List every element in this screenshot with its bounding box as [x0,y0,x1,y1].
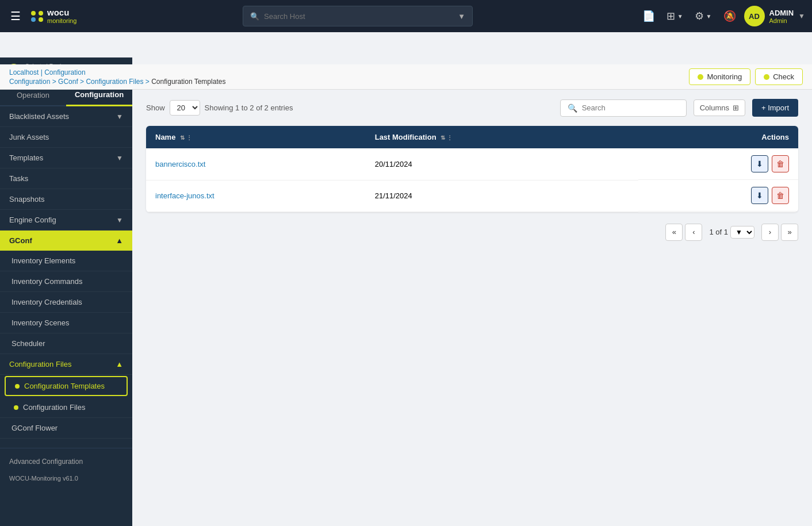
logo-dot-3 [31,17,36,22]
layout: L Selected Realm localhost ▼ Operation C… [0,57,812,526]
sidebar-item-blacklisted-assets[interactable]: Blacklisted Assets ▼ [0,106,132,127]
first-page-button[interactable]: « [665,224,683,241]
sub-nav-actions: Monitoring Check [689,68,803,85]
page-info: 1 of 1 ▼ [704,226,759,239]
toolbar-left: Show 20 Showing 1 to 2 of 2 entries [146,100,293,116]
chevron-up-icon: ▲ [116,360,123,368]
last-page-button[interactable]: » [781,224,798,241]
logo-dots [31,11,44,22]
bell-slash-icon-button[interactable]: 🔕 [720,6,740,26]
sidebar-item-inventory-scenes[interactable]: Inventory Scenes [0,313,132,333]
chevron-up-icon: ▲ [116,236,123,245]
breadcrumb-localhost-link[interactable]: Localhost [9,68,39,76]
sidebar-item-junk-assets[interactable]: Junk Assets [0,127,132,148]
search-input[interactable] [582,103,679,112]
chevron-down-icon: ▼ [116,216,123,224]
entries-label: Showing 1 to 2 of 2 entries [205,103,293,112]
breadcrumb-configfiles-link[interactable]: Configuration Files [86,78,143,86]
table-body: bannercisco.txt 20/11/2024 ⬇ 🗑 interface… [146,148,798,212]
chevron-down-icon: ▼ [116,154,123,162]
sidebar-item-engine-config[interactable]: Engine Config ▼ [0,210,132,231]
download-button-1[interactable]: ⬇ [751,155,768,172]
col-name[interactable]: Name ⇅ ⋮ [146,126,366,148]
breadcrumb-current: Configuration Templates [151,78,225,86]
dot-icon [14,405,18,410]
page-select[interactable]: ▼ [730,226,754,239]
table-row: interface-junos.txt 21/11/2024 ⬇ 🗑 [146,180,798,212]
cell-name-2: interface-junos.txt [146,180,366,212]
breadcrumb-bottom: Configuration > GConf > Configuration Fi… [9,78,225,86]
sidebar-item-inventory-credentials[interactable]: Inventory Credentials [0,292,132,313]
show-select[interactable]: 20 [170,100,200,116]
logo-dot-2 [39,11,43,16]
check-status-dot [764,74,769,80]
cell-name-1: bannercisco.txt [146,148,366,180]
logo: wocu monitoring [31,8,76,25]
sidebar: L Selected Realm localhost ▼ Operation C… [0,57,132,526]
table-wrapper: Name ⇅ ⋮ Last Modification ⇅ ⋮ Actions [146,126,798,212]
import-button[interactable]: + Import [752,99,798,117]
version-text: WOCU-Monitoring v61.0 [0,470,132,486]
prev-page-button[interactable]: ‹ [685,224,702,241]
toolbar: Show 20 Showing 1 to 2 of 2 entries 🔍 Co… [146,99,798,117]
toolbar-right: 🔍 Columns ⊞ + Import [560,99,798,117]
next-page-button[interactable]: › [761,224,779,241]
user-chevron-icon: ▼ [798,12,805,20]
sidebar-item-scheduler[interactable]: Scheduler [0,333,132,354]
monitoring-status-dot [698,74,703,80]
check-button[interactable]: Check [755,68,803,85]
avatar: AD [744,6,765,26]
hamburger-button[interactable]: ☰ [7,6,24,26]
delete-button-1[interactable]: 🗑 [772,155,789,172]
sidebar-item-config-files-header[interactable]: Configuration Files ▲ [0,354,132,375]
sidebar-item-config-templates[interactable]: Configuration Templates [5,376,128,396]
breadcrumb-configuration-link[interactable]: Configuration [44,68,85,76]
sidebar-item-inventory-commands[interactable]: Inventory Commands [0,271,132,292]
advanced-configuration-label: Advanced Configuration [0,453,132,470]
logo-text: wocu monitoring [47,8,76,25]
download-button-2[interactable]: ⬇ [751,187,768,204]
sidebar-item-gconf[interactable]: GConf ▲ [0,231,132,251]
breadcrumb-config-link[interactable]: Configuration [9,78,50,86]
breadcrumb: Localhost | Configuration Configuration … [9,68,225,86]
search-host-input[interactable] [264,12,453,21]
col-last-modification[interactable]: Last Modification ⇅ ⋮ [366,126,638,148]
file-link-2[interactable]: interface-junos.txt [155,191,215,200]
file-link-1[interactable]: bannercisco.txt [155,160,205,168]
grid-icon: ⊞ [733,103,739,112]
sidebar-item-config-files[interactable]: Configuration Files [0,397,132,418]
document-icon-button[interactable]: 📄 [639,6,658,26]
cell-actions-1: ⬇ 🗑 [638,148,798,180]
sidebar-item-gconf-flower[interactable]: GConf Flower [0,418,132,439]
chevron-down-icon: ▼ [458,12,465,21]
table-header: Name ⇅ ⋮ Last Modification ⇅ ⋮ Actions [146,126,798,148]
sidebar-item-snapshots[interactable]: Snapshots [0,189,132,210]
columns-button[interactable]: Columns ⊞ [694,99,745,116]
search-bar-container: 🔍 ▼ [83,6,631,26]
search-bar[interactable]: 🔍 ▼ [243,6,473,26]
screen-icon-button[interactable]: ⊞ ▼ [663,6,687,26]
sub-nav: Localhost | Configuration Configuration … [0,64,812,90]
breadcrumb-gconf-link[interactable]: GConf [58,78,78,86]
search-container[interactable]: 🔍 [560,99,687,117]
main-content: Templates ↻ Show 20 Showing 1 to 2 of 2 … [132,57,812,526]
user-area[interactable]: AD ADMIN Admin ▼ [744,6,806,26]
table-row: bannercisco.txt 20/11/2024 ⬇ 🗑 [146,148,798,180]
search-icon: 🔍 [250,12,259,21]
data-table: Name ⇅ ⋮ Last Modification ⇅ ⋮ Actions [146,126,798,212]
breadcrumb-top: Localhost | Configuration [9,68,225,76]
gear-icon-button[interactable]: ⚙ ▼ [691,6,715,26]
col-actions: Actions [638,126,798,148]
delete-button-2[interactable]: 🗑 [772,187,789,204]
monitoring-button[interactable]: Monitoring [689,68,750,85]
sidebar-item-inventory-elements[interactable]: Inventory Elements [0,251,132,271]
sidebar-item-templates[interactable]: Templates ▼ [0,148,132,168]
sort-icon: ⇅ ⋮ [180,135,192,141]
chevron-down-icon: ▼ [116,113,123,121]
search-icon: 🔍 [568,103,577,113]
cell-modification-2: 21/11/2024 [366,180,638,212]
cell-actions-2: ⬇ 🗑 [638,180,798,212]
user-role: Admin [769,17,794,24]
sidebar-item-tasks[interactable]: Tasks [0,168,132,189]
logo-dot-4 [39,17,43,22]
